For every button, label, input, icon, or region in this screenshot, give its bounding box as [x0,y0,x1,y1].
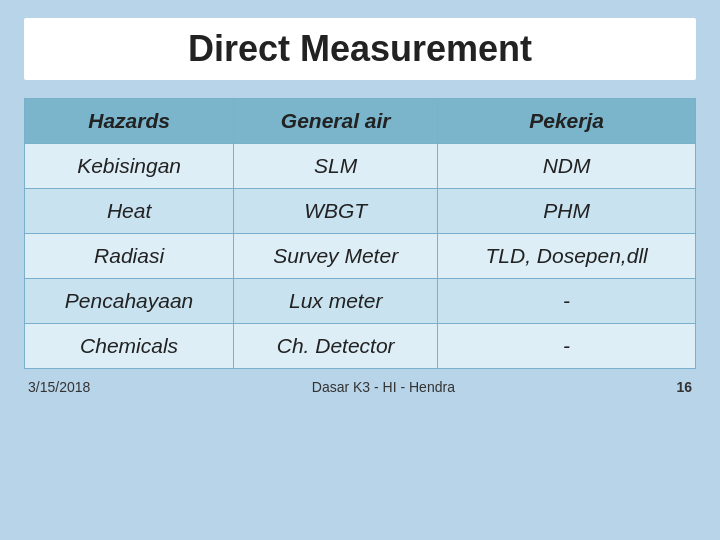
table-row: ChemicalsCh. Detector- [25,324,696,369]
table-row: PencahayaanLux meter- [25,279,696,324]
col-header-hazards: Hazards [25,99,234,144]
cell-r0-c0: Kebisingan [25,144,234,189]
cell-r4-c1: Ch. Detector [234,324,438,369]
page-title: Direct Measurement [188,28,532,69]
cell-r1-c1: WBGT [234,189,438,234]
cell-r4-c0: Chemicals [25,324,234,369]
table-row: HeatWBGTPHM [25,189,696,234]
cell-r3-c1: Lux meter [234,279,438,324]
footer-page: 16 [676,379,692,395]
table-row: KebisinganSLMNDM [25,144,696,189]
cell-r2-c2: TLD, Dosepen,dll [438,234,696,279]
table-header-row: Hazards General air Pekerja [25,99,696,144]
cell-r0-c1: SLM [234,144,438,189]
cell-r1-c0: Heat [25,189,234,234]
table-row: RadiasiSurvey MeterTLD, Dosepen,dll [25,234,696,279]
cell-r2-c1: Survey Meter [234,234,438,279]
cell-r4-c2: - [438,324,696,369]
footer: 3/15/2018 Dasar K3 - HI - Hendra 16 [24,379,696,395]
footer-date: 3/15/2018 [28,379,90,395]
measurement-table: Hazards General air Pekerja KebisinganSL… [24,98,696,369]
cell-r0-c2: NDM [438,144,696,189]
cell-r2-c0: Radiasi [25,234,234,279]
cell-r3-c0: Pencahayaan [25,279,234,324]
cell-r1-c2: PHM [438,189,696,234]
col-header-pekerja: Pekerja [438,99,696,144]
footer-center: Dasar K3 - HI - Hendra [312,379,455,395]
cell-r3-c2: - [438,279,696,324]
col-header-general-air: General air [234,99,438,144]
title-box: Direct Measurement [24,18,696,80]
